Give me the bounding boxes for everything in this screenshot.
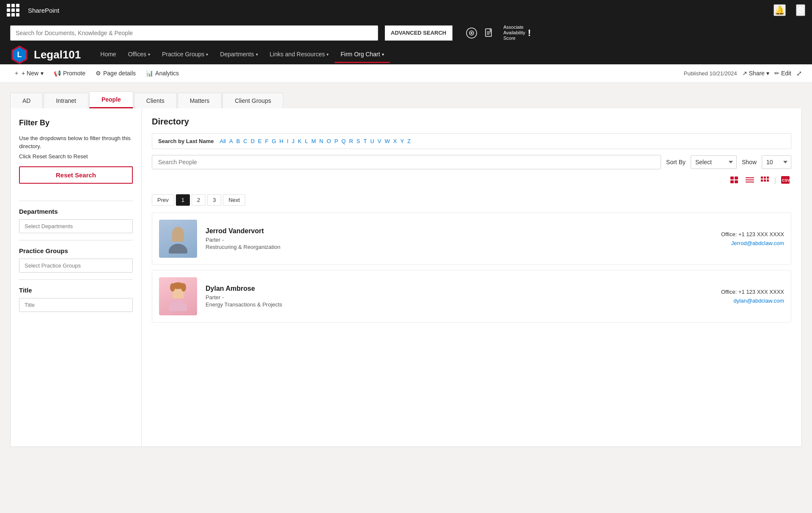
global-search-bar[interactable]	[10, 25, 378, 41]
alpha-link-x[interactable]: X	[392, 138, 399, 144]
person-card-dylan[interactable]: Dylan Ambrose Parter - Energy Transactio…	[152, 270, 791, 323]
person-title-jerrod: Parter -	[206, 237, 713, 243]
alpha-link-m[interactable]: M	[310, 138, 318, 144]
person-contact-dylan: Office: +1 123 XXX XXXX dylan@abdclaw.co…	[721, 289, 784, 304]
nav-label-links-resources: Links and Resources	[270, 51, 325, 58]
tab-ad[interactable]: AD	[10, 93, 43, 108]
alpha-link-i[interactable]: I	[285, 138, 290, 144]
analytics-button[interactable]: 📊 Analytics	[143, 68, 182, 78]
alpha-link-o[interactable]: O	[325, 138, 333, 144]
alpha-link-w[interactable]: W	[383, 138, 392, 144]
new-chevron-icon: ▾	[41, 70, 44, 77]
promote-icon: 📢	[54, 70, 61, 77]
grid-view-icon[interactable]	[759, 176, 771, 186]
tab-clients[interactable]: Clients	[134, 93, 177, 108]
associate-score-label: AssociateAvailabilityScore	[503, 25, 525, 41]
toolbar: ＋ + New ▾ 📢 Promote ⚙ Page details 📊 Ana…	[0, 64, 812, 83]
nav-item-practice-groups[interactable]: Practice Groups ▾	[156, 47, 214, 63]
alpha-link-a[interactable]: A	[228, 138, 235, 144]
alpha-link-n[interactable]: N	[318, 138, 325, 144]
person-practice-dylan: Energy Transactions & Projects	[206, 301, 713, 308]
title-input[interactable]	[19, 298, 133, 312]
new-button[interactable]: ＋ + New ▾	[10, 68, 47, 79]
departments-chevron-icon: ▾	[256, 52, 258, 57]
alpha-link-l[interactable]: L	[303, 138, 310, 144]
page-1-button[interactable]: 1	[176, 194, 190, 206]
nav-item-links-resources[interactable]: Links and Resources ▾	[264, 47, 335, 63]
next-page-button[interactable]: Next	[223, 194, 245, 206]
tab-clients-label: Clients	[146, 97, 165, 104]
practice-groups-chevron-icon: ▾	[206, 52, 208, 57]
tab-client-groups[interactable]: Client Groups	[222, 93, 283, 108]
nav-item-home[interactable]: Home	[94, 47, 122, 63]
tabs-row: AD Intranet People Clients Matters Clien…	[10, 91, 802, 108]
alpha-link-h[interactable]: H	[278, 138, 285, 144]
site-header: ADVANCED SEARCH A	[0, 20, 812, 64]
tab-people[interactable]: People	[89, 91, 133, 108]
alpha-link-s[interactable]: S	[355, 138, 362, 144]
alpha-link-r[interactable]: R	[347, 138, 354, 144]
svg-point-24	[169, 301, 187, 311]
global-search-input[interactable]	[16, 30, 373, 36]
nav-item-offices[interactable]: Offices ▾	[122, 47, 156, 63]
practice-groups-input[interactable]	[19, 259, 133, 273]
alpha-link-c[interactable]: C	[241, 138, 249, 144]
person-email-jerrod[interactable]: Jerrod@abdclaw.com	[721, 240, 784, 246]
svg-rect-1	[486, 29, 491, 36]
page-details-button[interactable]: ⚙ Page details	[92, 68, 139, 78]
tab-matters-label: Matters	[190, 97, 210, 104]
alpha-link-d[interactable]: D	[249, 138, 256, 144]
alpha-link-b[interactable]: B	[235, 138, 242, 144]
edit-button[interactable]: ✏ Edit	[774, 70, 791, 77]
person-info-jerrod: Jerrod Vandervort Parter - Restrucuring …	[206, 227, 713, 250]
alpha-link-q[interactable]: Q	[340, 138, 347, 144]
alpha-link-all[interactable]: All	[218, 138, 228, 144]
page-2-button[interactable]: 2	[192, 194, 206, 206]
brand-logo[interactable]: L Legal101	[10, 46, 81, 64]
alpha-link-v[interactable]: V	[376, 138, 383, 144]
alpha-link-g[interactable]: G	[270, 138, 278, 144]
show-select[interactable]: 10 25 50 100	[762, 155, 791, 169]
svg-point-21	[169, 244, 187, 254]
alpha-link-e[interactable]: E	[256, 138, 263, 144]
alpha-link-y[interactable]: Y	[398, 138, 406, 144]
alpha-link-u[interactable]: U	[368, 138, 376, 144]
badge-icon[interactable]	[464, 26, 479, 40]
people-search-input[interactable]	[152, 155, 661, 169]
nav-item-departments[interactable]: Departments ▾	[214, 47, 263, 63]
alpha-link-z[interactable]: Z	[406, 138, 412, 144]
photo-view-icon[interactable]	[729, 176, 741, 186]
person-email-dylan[interactable]: dylan@abdclaw.com	[721, 298, 784, 304]
document-icon[interactable]	[482, 26, 497, 40]
tab-intranet[interactable]: Intranet	[44, 93, 88, 108]
alpha-link-j[interactable]: J	[290, 138, 296, 144]
notification-bell-icon[interactable]: 🔔	[774, 4, 786, 16]
list-view-icon[interactable]	[744, 176, 756, 186]
share-button[interactable]: ↗ Share ▾	[742, 70, 769, 77]
settings-gear-icon[interactable]: ⚙	[796, 4, 805, 16]
promote-button[interactable]: 📢 Promote	[50, 68, 89, 78]
nav-item-firm-org-chart[interactable]: Firm Org Chart ▾	[335, 47, 390, 63]
alpha-link-t[interactable]: T	[362, 138, 368, 144]
advanced-search-button[interactable]: ADVANCED SEARCH	[385, 25, 453, 41]
tab-matters[interactable]: Matters	[178, 93, 222, 108]
reset-search-button[interactable]: Reset Search	[19, 166, 133, 184]
prev-page-button[interactable]: Prev	[152, 194, 174, 206]
directory-content: Directory Search by Last Name All A B C …	[142, 108, 801, 447]
alpha-link-k[interactable]: K	[296, 138, 303, 144]
page-3-button[interactable]: 3	[207, 194, 221, 206]
nav-label-practice-groups: Practice Groups	[162, 51, 204, 58]
app-launcher-icon[interactable]	[7, 4, 19, 17]
alpha-link-p[interactable]: P	[333, 138, 340, 144]
filter-reset-hint: Click Reset Search to Reset	[19, 153, 133, 160]
sort-by-select[interactable]: Select First Name Last Name Title	[691, 155, 737, 169]
person-photo-dylan	[159, 277, 197, 315]
export-csv-icon[interactable]: CSV	[779, 175, 791, 187]
offices-chevron-icon: ▾	[148, 52, 150, 57]
alpha-link-f[interactable]: F	[263, 138, 270, 144]
svg-rect-8	[735, 180, 738, 183]
associate-score-widget[interactable]: AssociateAvailabilityScore !	[503, 25, 531, 41]
person-card-jerrod[interactable]: Jerrod Vandervort Parter - Restrucuring …	[152, 212, 791, 265]
departments-input[interactable]	[19, 219, 133, 233]
expand-button[interactable]: ⤢	[796, 69, 802, 77]
